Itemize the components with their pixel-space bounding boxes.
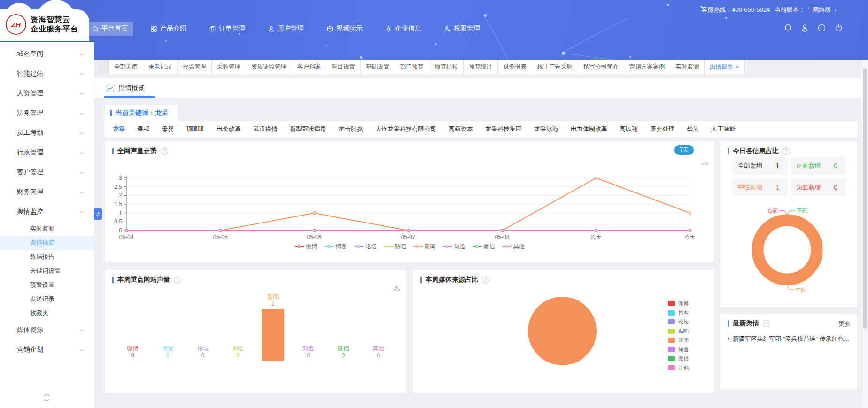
nav-item-平台首页[interactable]: 平台首页 [86, 22, 133, 36]
bell-icon[interactable] [783, 23, 792, 32]
tab-客户档案[interactable]: 客户档案 [292, 60, 326, 74]
sidebar-subitem-关键词设置[interactable]: 关键词设置 [0, 264, 94, 278]
tab-资质证照管理[interactable]: 资质证照管理 [246, 60, 292, 74]
tab-部门预算[interactable]: 部门预算 [395, 60, 429, 74]
sidebar-item-媒体资源[interactable]: 媒体资源 [0, 320, 94, 340]
scrollbar-thumb[interactable] [863, 68, 867, 329]
sidebar-item-人资管理[interactable]: 人资管理 [0, 84, 94, 103]
nav-item-权限管理[interactable]: 权限管理 [438, 22, 486, 36]
keyword-龙采[interactable]: 龙采 [113, 125, 125, 133]
pie-legend-item-其他[interactable]: 其他 [668, 364, 689, 371]
keyword-课程[interactable]: 课程 [137, 125, 149, 133]
help-icon[interactable] [783, 147, 790, 155]
nav-item-企业信息[interactable]: 企业信息 [380, 22, 427, 36]
tab-撰写公司简介[interactable]: 撰写公司简介 [578, 60, 624, 74]
legend-item-博客[interactable]: 博客 [325, 243, 347, 251]
keyword-新型冠状病毒[interactable]: 新型冠状病毒 [290, 125, 326, 133]
tab-营销方案案例[interactable]: 营销方案案例 [624, 60, 670, 74]
sidebar-subitem-数据报告[interactable]: 数据报告 [0, 250, 94, 264]
sidebar-item-智能建站[interactable]: 智能建站 [0, 64, 94, 84]
legend-item-知道[interactable]: 知道 [443, 243, 465, 251]
pie-legend-item-贴吧[interactable]: 贴吧 [668, 328, 689, 335]
power-icon[interactable] [834, 23, 843, 32]
bar-category-label: 微信0 [338, 345, 349, 360]
help-icon[interactable] [174, 276, 181, 284]
legend-item-微博[interactable]: 微博 [295, 243, 318, 251]
sidebar-item-法务管理[interactable]: 法务管理 [0, 103, 94, 123]
keyword-龙采科技集团[interactable]: 龙采科技集团 [485, 125, 522, 133]
nav-item-视频演示[interactable]: 视频演示 [321, 22, 368, 36]
tab-来电记录[interactable]: 来电记录 [143, 60, 178, 74]
keyword-龙采冰海[interactable]: 龙采冰海 [534, 125, 558, 133]
pie-legend-item-知道[interactable]: 知道 [668, 346, 689, 353]
keyword-华为[interactable]: 华为 [687, 125, 699, 133]
sidebar-subitem-舆情概览[interactable]: 舆情概览 [0, 236, 94, 250]
nav-item-产品介绍[interactable]: 产品介绍 [145, 22, 192, 36]
sidebar-item-财务管理[interactable]: 财务管理 [0, 182, 94, 202]
legend-item-新闻[interactable]: 新闻 [413, 243, 436, 251]
tab-舆情概览[interactable]: 舆情概览× [705, 60, 745, 74]
keyword-人工智能[interactable]: 人工智能 [711, 125, 736, 133]
sidebar-subitem-发送记录[interactable]: 发送记录 [0, 292, 94, 306]
keyword-高以翔[interactable]: 高以翔 [620, 125, 638, 133]
bar[interactable] [262, 309, 284, 361]
keyword-大连龙采科技有限公司[interactable]: 大连龙采科技有限公司 [375, 125, 436, 133]
nav-item-用户管理[interactable]: 用户管理 [262, 22, 310, 36]
download-icon[interactable] [393, 284, 401, 292]
tab-采购管理[interactable]: 采购管理 [212, 60, 246, 74]
nav-item-订单管理[interactable]: 订单管理 [203, 22, 251, 36]
sidebar-item-域名空间[interactable]: 域名空间 [0, 44, 94, 64]
sidebar-item-营销企划[interactable]: 营销企划 [0, 340, 94, 360]
info-icon[interactable] [817, 23, 826, 32]
help-icon[interactable] [763, 320, 770, 327]
scrollbar[interactable] [862, 60, 868, 408]
pie-legend-item-微信[interactable]: 微信 [668, 355, 689, 362]
legend-item-其他[interactable]: 其他 [502, 243, 525, 251]
sidebar-item-员工考勤[interactable]: 员工考勤 [0, 123, 94, 143]
list-item[interactable]: •新疆军区某红军团 “爱兵模范连” 传承红色... [728, 334, 852, 344]
keyword-抗击肺炎[interactable]: 抗击肺炎 [339, 125, 363, 133]
pie-legend-item-微博[interactable]: 微博 [668, 300, 689, 307]
sidebar-subitem-实时监测[interactable]: 实时监测 [0, 222, 94, 236]
tab-预算统计[interactable]: 预算统计 [464, 60, 498, 74]
more-link[interactable]: 更多 [838, 320, 851, 328]
tab-实时监测[interactable]: 实时监测 [670, 60, 705, 74]
keyword-废弃处理[interactable]: 废弃处理 [650, 125, 674, 133]
keyword-武汉疫情[interactable]: 武汉疫情 [253, 125, 278, 133]
tab-全部关闭[interactable]: 全部关闭 [109, 60, 143, 74]
legend-item-微信[interactable]: 微信 [473, 243, 495, 251]
tab-投票管理[interactable]: 投票管理 [178, 60, 212, 74]
keyword-电价改革[interactable]: 电价改革 [217, 125, 241, 133]
tab-财务报表[interactable]: 财务报表 [498, 60, 532, 74]
tab-线上广告采购[interactable]: 线上广告采购 [532, 60, 578, 74]
sidebar-collapse-handle[interactable] [94, 208, 102, 220]
tab-预算结转[interactable]: 预算结转 [429, 60, 464, 74]
sidebar-subitem-收藏夹[interactable]: 收藏夹 [0, 306, 94, 320]
keyword-高瓴资本[interactable]: 高瓴资本 [449, 125, 473, 133]
tab-overview[interactable]: 舆情概览 [104, 78, 151, 98]
keyword-母婴[interactable]: 母婴 [162, 125, 174, 133]
refresh-icon[interactable] [42, 393, 51, 402]
sidebar-item-行政管理[interactable]: 行政管理 [0, 143, 94, 162]
sidebar-item-舆情监控[interactable]: 舆情监控 [0, 202, 94, 222]
legend-item-论坛[interactable]: 论坛 [354, 243, 377, 251]
close-icon[interactable]: × [736, 63, 739, 70]
help-icon[interactable] [482, 276, 489, 284]
tab-scroll-cell[interactable] [97, 60, 109, 74]
download-icon[interactable] [701, 158, 709, 166]
current-keyword-tab[interactable]: 当前关键词：龙采 [104, 104, 179, 121]
range-badge[interactable]: 7天 [674, 145, 694, 155]
help-icon[interactable] [161, 147, 168, 155]
tab-科目设置[interactable]: 科目设置 [326, 60, 361, 74]
keyword-电力体制改革[interactable]: 电力体制改革 [571, 125, 607, 133]
sidebar-item-客户管理[interactable]: 客户管理 [0, 162, 94, 182]
logo[interactable]: ZH 资海智慧云 企业服务平台 [0, 9, 89, 42]
pie-legend-item-新闻[interactable]: 新闻 [668, 337, 689, 344]
user-icon[interactable] [800, 23, 809, 32]
pie-legend-item-博客[interactable]: 博客 [668, 309, 689, 316]
pie-legend-item-论坛[interactable]: 论坛 [668, 318, 689, 325]
tab-基础设置[interactable]: 基础设置 [361, 60, 395, 74]
sidebar-subitem-预警设置[interactable]: 预警设置 [0, 278, 94, 292]
keyword-顶呱呱[interactable]: 顶呱呱 [186, 125, 204, 133]
legend-item-贴吧[interactable]: 贴吧 [384, 243, 406, 251]
